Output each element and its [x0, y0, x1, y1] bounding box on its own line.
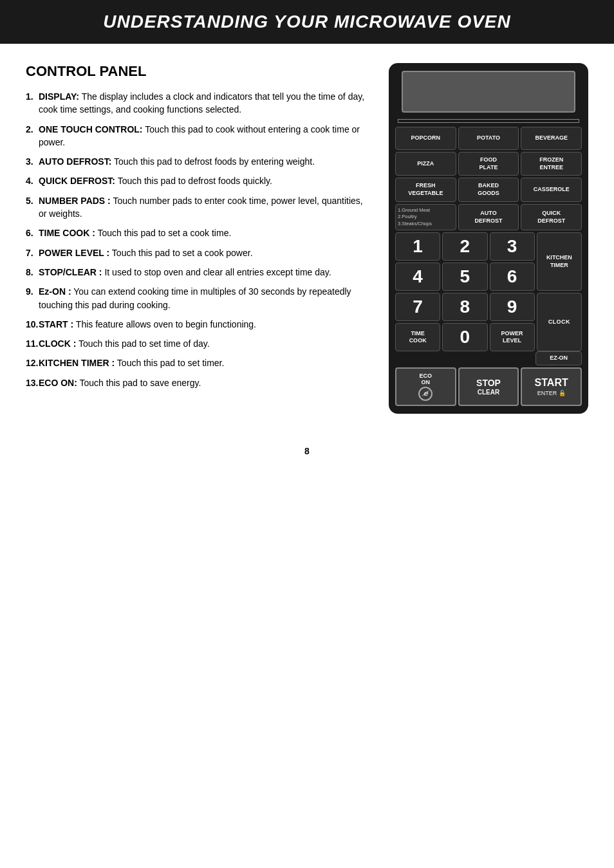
section-title: CONTROL PANEL	[26, 63, 369, 80]
list-item: 11. CLOCK : Touch this pad to set time o…	[26, 337, 369, 350]
item-label: CLOCK :	[39, 338, 76, 349]
list-item: 9. Ez-ON : You can extend cooking time i…	[26, 285, 369, 311]
stop-label: STOP	[476, 378, 501, 388]
item-text: This feature allows oven to begin functi…	[73, 319, 256, 329]
num0-button[interactable]: 0	[442, 323, 487, 351]
item-label: TIME COOK :	[39, 228, 95, 238]
num3-button[interactable]: 3	[490, 232, 535, 261]
item-num: 4.	[26, 174, 33, 187]
num4-button[interactable]: 4	[395, 263, 440, 291]
popcorn-button[interactable]: POPCORN	[395, 127, 456, 150]
item-text: The display includes a clock and indicat…	[39, 91, 364, 115]
num-rows-1-6: 1 2 3 KITCHENTIMER 4 5 6	[395, 232, 582, 291]
item-label: ECO ON:	[39, 378, 77, 388]
num6-button[interactable]: 6	[490, 263, 535, 291]
casserole-button[interactable]: CASSEROLE	[521, 178, 582, 201]
item-num: 6.	[26, 226, 33, 239]
btn-row-2: PIZZA FOODPLATE FROZENENTREE	[395, 152, 582, 176]
eco-label: ECOON	[420, 373, 433, 385]
item-num: 9.	[26, 285, 33, 298]
item-num: 5.	[26, 194, 33, 207]
page-title: UNDERSTANDING YOUR MICROWAVE OVEN	[26, 12, 588, 32]
list-item: 10. START : This feature allows oven to …	[26, 318, 369, 331]
clear-label: CLEAR	[478, 389, 499, 396]
power-level-button[interactable]: POWERLEVEL	[490, 323, 535, 351]
num8-button[interactable]: 8	[442, 293, 487, 321]
item-num: 3.	[26, 155, 33, 168]
list-item: 5. NUMBER PADS : Touch number pads to en…	[26, 194, 369, 221]
eco-icon: e̸	[418, 387, 433, 401]
ez-on-row: EZ-ON	[395, 351, 582, 365]
item-text: Touch this pad to set a cook power.	[109, 248, 252, 258]
otc-label	[398, 119, 579, 123]
pizza-button[interactable]: PIZZA	[395, 152, 456, 176]
bottom-row: ECOON e̸ STOP CLEAR START ENTER 🔓	[395, 367, 582, 406]
item-num: 13.	[26, 376, 38, 389]
item-label: NUMBER PADS :	[39, 196, 111, 206]
item-label: STOP/CLEAR :	[39, 267, 102, 277]
num9-button[interactable]: 9	[490, 293, 535, 321]
list-item: 8. STOP/CLEAR : It used to stop oven and…	[26, 266, 369, 279]
num7-button[interactable]: 7	[395, 293, 440, 321]
enter-label: ENTER 🔓	[537, 390, 566, 396]
time-cook-button[interactable]: TIMECOOK	[395, 323, 440, 351]
num2-button[interactable]: 2	[442, 232, 487, 261]
item-text: Touch this pad to defrost foods quickly.	[115, 176, 272, 186]
item-text: Touch this pad to set a cook time.	[95, 228, 231, 238]
list-item: 3. AUTO DEFROST: Touch this pad to defro…	[26, 155, 369, 168]
list-item: 13. ECO ON: Touch this pad to save energ…	[26, 376, 369, 389]
baked-goods-button[interactable]: BAKEDGOODS	[458, 178, 519, 201]
num5-button[interactable]: 5	[442, 263, 487, 291]
page-number: 8	[0, 433, 614, 463]
defrost-row: 1.Ground Meat2.Poultry3.Steaks/Chops AUT…	[395, 204, 582, 231]
item-text: You can extend cooking time in multiples…	[39, 286, 351, 309]
item-label: AUTO DEFROST:	[39, 156, 111, 167]
btn-row-3: FRESHVEGETABLE BAKEDGOODS CASSEROLE	[395, 178, 582, 201]
item-label: ONE TOUCH CONTROL:	[39, 124, 143, 134]
num-rows-7-0: 7 8 9 CLOCK TIMECOOK 0 POWERLEVEL	[395, 293, 582, 351]
potato-button[interactable]: POTATO	[458, 127, 519, 150]
clock-button[interactable]: CLOCK	[537, 293, 582, 351]
item-text: Touch this pad to save energy.	[77, 378, 201, 388]
item-label: DISPLAY:	[39, 91, 79, 102]
list-item: 7. POWER LEVEL : Touch this pad to set a…	[26, 246, 369, 259]
item-text: Touch this pad to set timer.	[115, 358, 224, 368]
food-plate-button[interactable]: FOODPLATE	[458, 152, 519, 176]
beverage-button[interactable]: BEVERAGE	[521, 127, 582, 150]
item-num: 10.	[26, 318, 38, 331]
stop-clear-button[interactable]: STOP CLEAR	[458, 367, 519, 406]
items-list: 1. DISPLAY: The display includes a clock…	[26, 90, 369, 389]
frozen-entree-button[interactable]: FROZENENTREE	[521, 152, 582, 176]
item-label: Ez-ON :	[39, 286, 71, 297]
item-text: It used to stop oven and clear all entri…	[102, 267, 331, 277]
eco-on-button[interactable]: ECOON e̸	[395, 367, 456, 406]
item-label: QUICK DEFROST:	[39, 176, 115, 186]
item-num: 11.	[26, 337, 38, 350]
btn-row-1: POPCORN POTATO BEVERAGE	[395, 127, 582, 150]
item-text: Touch this pad to set time of day.	[76, 338, 209, 349]
item-num: 8.	[26, 266, 33, 279]
quick-defrost-button[interactable]: QUICKDEFROST	[521, 204, 582, 231]
start-button[interactable]: START ENTER 🔓	[521, 367, 582, 406]
right-panel: POPCORN POTATO BEVERAGE PIZZA FOODPLATE …	[389, 63, 588, 414]
defrost-note: 1.Ground Meat2.Poultry3.Steaks/Chops	[395, 204, 456, 231]
fresh-vegetable-button[interactable]: FRESHVEGETABLE	[395, 178, 456, 201]
list-item: 12. KITCHEN TIMER : Touch this pad to se…	[26, 356, 369, 369]
item-label: KITCHEN TIMER :	[39, 358, 115, 368]
item-num: 7.	[26, 246, 33, 259]
num1-button[interactable]: 1	[395, 232, 440, 261]
main-content: CONTROL PANEL 1. DISPLAY: The display in…	[0, 44, 614, 433]
item-num: 2.	[26, 123, 33, 136]
item-label: POWER LEVEL :	[39, 248, 109, 258]
page-header: UNDERSTANDING YOUR MICROWAVE OVEN	[0, 0, 614, 44]
ez-on-button[interactable]: EZ-ON	[535, 351, 582, 365]
list-item: 1. DISPLAY: The display includes a clock…	[26, 90, 369, 116]
start-label: START	[535, 377, 568, 389]
auto-defrost-button[interactable]: AUTODEFROST	[458, 204, 519, 231]
item-num: 12.	[26, 356, 38, 369]
left-panel: CONTROL PANEL 1. DISPLAY: The display in…	[26, 63, 369, 414]
control-diagram: POPCORN POTATO BEVERAGE PIZZA FOODPLATE …	[389, 63, 588, 414]
list-item: 6. TIME COOK : Touch this pad to set a c…	[26, 226, 369, 239]
item-label: START :	[39, 319, 73, 329]
kitchen-timer-button[interactable]: KITCHENTIMER	[537, 232, 582, 291]
